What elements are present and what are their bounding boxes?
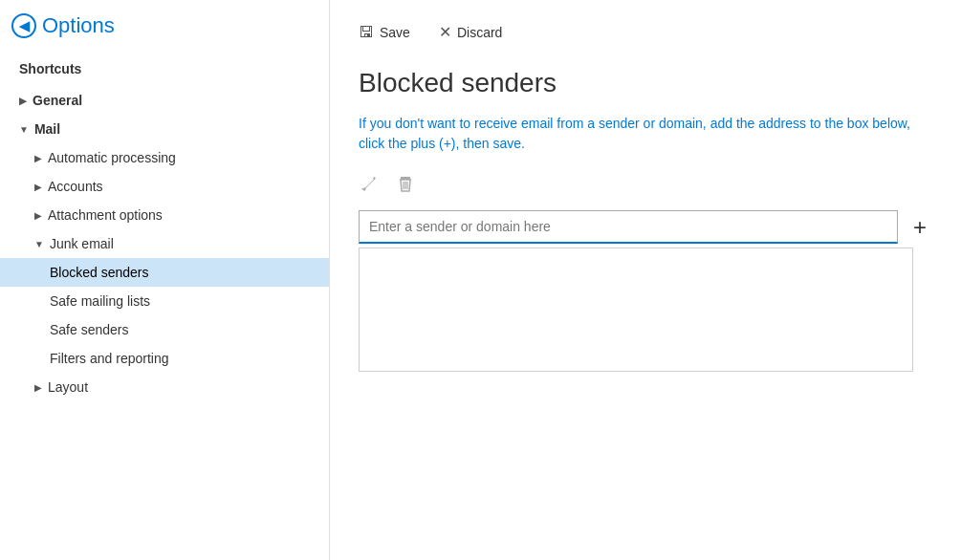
options-title: Options (42, 13, 115, 38)
sidebar-item-mail[interactable]: ▼ Mail (0, 115, 329, 143)
chevron-right-icon: ▶ (34, 153, 42, 163)
sidebar-item-junk-email[interactable]: ▼ Junk email (0, 229, 329, 258)
discard-label: Discard (457, 25, 502, 40)
sidebar-item-label: Automatic processing (48, 150, 176, 165)
sidebar-item-label: Junk email (50, 236, 114, 251)
save-label: Save (380, 25, 410, 40)
sidebar-item-label: Safe mailing lists (50, 293, 150, 309)
sidebar-header: ◀ Options (0, 0, 329, 52)
sidebar-item-automatic-processing[interactable]: ▶ Automatic processing (0, 143, 329, 172)
sidebar-item-label: Filters and reporting (50, 351, 169, 366)
input-row: + (359, 210, 932, 244)
sidebar-item-filters-and-reporting[interactable]: Filters and reporting (0, 344, 329, 373)
sidebar-item-label: General (33, 93, 82, 108)
sidebar-item-layout[interactable]: ▶ Layout (0, 373, 329, 401)
add-button[interactable]: + (907, 214, 932, 241)
chevron-down-icon: ▼ (19, 124, 29, 135)
edit-icon[interactable] (359, 173, 380, 199)
svg-rect-0 (401, 177, 410, 179)
sidebar-item-label: Layout (48, 379, 88, 395)
sidebar: ◀ Options Shortcuts ▶ General ▼ Mail ▶ A… (0, 0, 330, 560)
sidebar-item-blocked-senders[interactable]: Blocked senders (0, 258, 329, 287)
sidebar-item-label: Safe senders (50, 322, 129, 337)
sidebar-item-label: Blocked senders (50, 265, 149, 280)
sidebar-item-safe-senders[interactable]: Safe senders (0, 315, 329, 344)
sidebar-item-shortcuts[interactable]: Shortcuts (0, 52, 329, 86)
main-content: 🖫 Save ✕ Discard Blocked senders If you … (330, 0, 961, 560)
shortcuts-label: Shortcuts (19, 61, 81, 76)
blocked-senders-list[interactable] (359, 248, 913, 372)
chevron-right-icon: ▶ (34, 210, 42, 221)
action-icons (359, 173, 932, 199)
sidebar-item-label: Attachment options (48, 207, 163, 223)
sidebar-item-label: Mail (34, 121, 60, 137)
back-button[interactable]: ◀ (11, 13, 36, 38)
sidebar-item-accounts[interactable]: ▶ Accounts (0, 172, 329, 201)
toolbar: 🖫 Save ✕ Discard (359, 19, 932, 45)
sidebar-item-attachment-options[interactable]: ▶ Attachment options (0, 201, 329, 229)
save-icon: 🖫 (359, 24, 374, 41)
chevron-down-icon: ▼ (34, 239, 44, 249)
page-title: Blocked senders (359, 68, 932, 98)
delete-icon[interactable] (395, 173, 416, 199)
sidebar-item-safe-mailing-lists[interactable]: Safe mailing lists (0, 287, 329, 315)
discard-button[interactable]: ✕ Discard (439, 19, 502, 45)
sidebar-item-label: Accounts (48, 179, 103, 194)
chevron-right-icon: ▶ (34, 382, 42, 393)
save-button[interactable]: 🖫 Save (359, 20, 410, 45)
chevron-right-icon: ▶ (34, 182, 42, 192)
sidebar-item-general[interactable]: ▶ General (0, 86, 329, 115)
chevron-right-icon: ▶ (19, 96, 27, 106)
discard-icon: ✕ (439, 23, 451, 41)
page-description: If you don't want to receive email from … (359, 114, 913, 154)
sender-input[interactable] (359, 210, 898, 244)
